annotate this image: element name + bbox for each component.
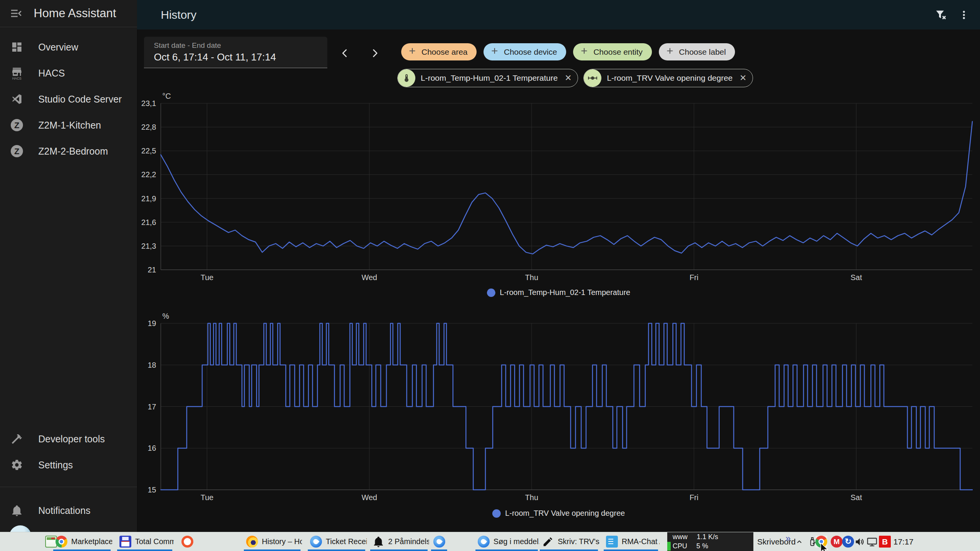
sidebar-item-label: Notifications: [38, 505, 90, 516]
document-icon: [606, 536, 618, 548]
gear-icon: [10, 458, 24, 472]
taskbar-item-label: History – Ho...: [262, 537, 302, 546]
sidebar-header: Home Assistant: [0, 0, 137, 27]
valve-chart: TueWedThuFriSat1918171615%: [137, 306, 980, 505]
legend-dot: [492, 509, 501, 518]
sidebar-item-z2m-1-kitchen[interactable]: Z Z2M-1-Kitchen: [0, 112, 137, 138]
svg-text:21,6: 21,6: [141, 218, 156, 227]
sidebar-item-developer-tools[interactable]: Developer tools: [0, 426, 137, 452]
sidebar-item-studio-code-server[interactable]: Studio Code Server: [0, 86, 137, 112]
sidebar-item-hacs[interactable]: HACS HACS: [0, 60, 137, 86]
date-range-value: Oct 6, 17:14 - Oct 11, 17:14: [154, 51, 276, 63]
filter-remove-icon[interactable]: [933, 7, 949, 23]
valve-legend[interactable]: L-room_TRV Valve opening degree: [137, 509, 980, 518]
net-value: 1.1 K/s: [697, 532, 718, 541]
taskbar-item-label: Total Comma...: [135, 537, 174, 546]
sidebar: Home Assistant Overview HACS HACS: [0, 0, 137, 532]
choose-device-chip[interactable]: Choose device: [483, 43, 566, 60]
overflow-menu-icon[interactable]: [956, 7, 972, 23]
svg-text:Thu: Thu: [525, 273, 538, 282]
hammer-icon: [10, 432, 24, 446]
sync-icon[interactable]: ↻: [842, 536, 854, 548]
temperature-legend[interactable]: L-room_Temp-Hum_02-1 Temperature: [137, 288, 980, 297]
sidebar-item-label: Settings: [38, 460, 73, 471]
sidebar-divider: [0, 487, 137, 487]
svg-text:Fri: Fri: [689, 493, 698, 502]
network-cpu-monitor[interactable]: www 1.1 K/s CPU 5 %: [667, 532, 753, 551]
sidebar-item-overview[interactable]: Overview: [0, 34, 137, 60]
sidebar-item-label: Overview: [38, 42, 78, 53]
entity-chip-temperature[interactable]: L-room_Temp-Hum_02-1 Temperature ✕: [397, 69, 578, 87]
total-commander-icon: [119, 536, 131, 548]
sidebar-item-label: Studio Code Server: [38, 94, 122, 105]
svg-text:HACS: HACS: [12, 77, 21, 80]
sidebar-bottom: Developer tools Settings Notifications: [0, 426, 137, 523]
date-range-picker[interactable]: Start date - End date Oct 6, 17:14 - Oct…: [144, 37, 327, 68]
app-title: Home Assistant: [34, 7, 116, 20]
sidebar-item-z2m-2-bedroom[interactable]: Z Z2M-2-Bedroom: [0, 138, 137, 164]
taskbar-item-label: 2 Påmindelser: [388, 537, 429, 546]
taskbar-item-label: Ticket Receive...: [326, 537, 367, 546]
taskbar-item-10[interactable]: RMA-Chat A...: [604, 532, 660, 551]
taskbar-item-6[interactable]: 2 Påmindelser: [370, 532, 429, 551]
legend-dot: [487, 289, 495, 297]
display-icon[interactable]: [866, 536, 878, 548]
svg-text:Thu: Thu: [525, 493, 538, 502]
svg-text:%: %: [162, 312, 169, 320]
cpu-label: CPU: [673, 541, 687, 551]
sidebar-item-notifications[interactable]: Notifications: [0, 497, 137, 523]
history-panel: Start date - End date Oct 6, 17:14 - Oct…: [137, 29, 980, 532]
chrome-icon: [56, 536, 67, 548]
taskbar-item-9[interactable]: Skriv: TRV's - ...: [540, 532, 599, 551]
sidebar-item-label: Z2M-2-Bedroom: [38, 146, 108, 157]
choose-label-chip[interactable]: Choose label: [659, 43, 735, 60]
toolbar-expand-chevron[interactable]: »: [786, 533, 791, 544]
choose-area-chip[interactable]: Choose area: [401, 43, 477, 60]
cpu-bar: [667, 542, 671, 551]
svg-text:16: 16: [148, 444, 156, 452]
entity-chip-valve[interactable]: L-room_TRV Valve opening degree ✕: [583, 69, 753, 87]
svg-text:21,9: 21,9: [141, 194, 156, 203]
plus-icon: [580, 47, 588, 57]
svg-text:Sat: Sat: [851, 493, 862, 502]
hidden-icons-icon[interactable]: [793, 536, 805, 548]
taskbar-item-5[interactable]: Ticket Receive...: [308, 532, 367, 551]
chip-label: Choose area: [421, 47, 467, 57]
cpu-value: 5 %: [696, 541, 708, 551]
mega-icon[interactable]: M: [831, 536, 843, 548]
open-window-indicator: [117, 549, 172, 551]
taskbar-item-8[interactable]: Søg i meddel...: [475, 532, 539, 551]
zigbee2mqtt-icon: Z: [10, 144, 24, 158]
thunderbird-icon: [478, 536, 490, 548]
volume-icon[interactable]: [854, 536, 866, 548]
hacs-store-icon: HACS: [10, 66, 24, 80]
taskbar-clock[interactable]: 17:17: [889, 532, 918, 551]
taskbar-item-3[interactable]: [179, 532, 196, 551]
open-window-indicator: [308, 549, 365, 551]
close-icon[interactable]: ✕: [565, 73, 572, 83]
next-period-button[interactable]: [368, 47, 381, 60]
entity-chip-row: L-room_Temp-Hum_02-1 Temperature ✕ L-roo…: [397, 69, 753, 87]
taskbar-item-label: Søg i meddel...: [493, 537, 539, 546]
open-window-indicator: [53, 549, 111, 551]
sidebar-toggle-icon[interactable]: [9, 7, 23, 20]
close-icon[interactable]: ✕: [740, 73, 746, 83]
taskbar-item-4[interactable]: History – Ho...: [244, 532, 302, 551]
svg-text:Tue: Tue: [201, 273, 214, 282]
chrome-icon[interactable]: [815, 536, 827, 548]
temperature-chart: TueWedThuFriSat23,122,822,522,221,921,62…: [137, 92, 980, 287]
net-label: www: [673, 532, 688, 541]
choose-entity-chip[interactable]: Choose entity: [573, 43, 652, 60]
taskbar-item-2[interactable]: Total Comma...: [117, 532, 174, 551]
thunderbird-icon: [310, 536, 322, 548]
top-bar: History: [137, 0, 980, 29]
reminder-bell-icon: [372, 536, 384, 548]
filter-chip-row: Choose area Choose device Choose entity …: [401, 43, 735, 60]
zigbee2mqtt-icon: Z: [10, 118, 24, 132]
taskbar-item-label: Skriv: TRV's - ...: [558, 537, 599, 546]
taskbar-item-7[interactable]: [431, 532, 449, 551]
sidebar-item-settings[interactable]: Settings: [0, 452, 137, 478]
taskbar-item-1[interactable]: Marketplace –...: [53, 532, 112, 551]
svg-text:°C: °C: [162, 92, 171, 100]
previous-period-button[interactable]: [338, 47, 351, 60]
